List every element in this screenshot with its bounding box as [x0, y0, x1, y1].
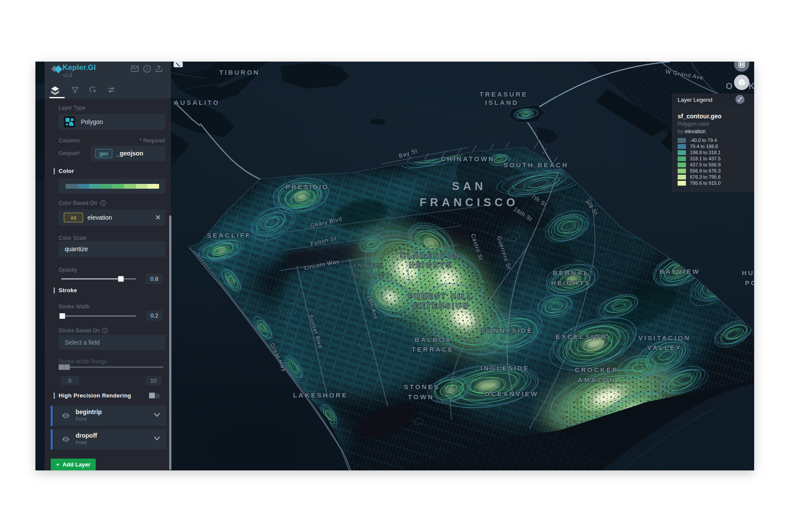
svg-text:HEIGHTS: HEIGHTS: [409, 262, 452, 269]
svg-text:FOREST HILL: FOREST HILL: [408, 293, 473, 300]
svg-text:POIN: POIN: [745, 279, 754, 287]
svg-text:SOUTH BEACH: SOUTH BEACH: [504, 161, 569, 169]
svg-text:STONES: STONES: [404, 383, 440, 390]
svg-text:SEACLIFF: SEACLIFF: [207, 231, 251, 239]
svg-text:INGLESIDE: INGLESIDE: [480, 364, 529, 372]
svg-text:EXTENSION: EXTENSION: [414, 302, 470, 310]
svg-text:SAN: SAN: [452, 180, 487, 193]
svg-text:OCEANVIEW: OCEANVIEW: [484, 390, 539, 397]
svg-text:BALBOA: BALBOA: [414, 336, 452, 343]
svg-text:SUNSET: SUNSET: [354, 272, 391, 279]
svg-text:SUNNYSIDE: SUNNYSIDE: [481, 327, 533, 334]
svg-text:CHINATOWN: CHINATOWN: [441, 155, 494, 162]
svg-text:AMAZON: AMAZON: [578, 376, 616, 383]
svg-text:TREASURE: TREASURE: [480, 90, 528, 98]
svg-text:TOWN: TOWN: [408, 393, 434, 401]
svg-text:FRANCISCO: FRANCISCO: [420, 196, 519, 209]
svg-text:VISITACION: VISITACION: [638, 334, 691, 342]
svg-text:BERNAL: BERNAL: [553, 269, 589, 276]
svg-text:VALLEY: VALLEY: [647, 344, 682, 351]
svg-text:AUSALITO: AUSALITO: [174, 99, 219, 106]
svg-text:PRESIDIO: PRESIDIO: [285, 183, 329, 190]
svg-text:LAKESHORE: LAKESHORE: [293, 391, 348, 399]
svg-text:TIBURON: TIBURON: [219, 69, 260, 76]
svg-text:ISLAND: ISLAND: [485, 99, 519, 106]
svg-text:CLARENDON: CLARENDON: [400, 252, 461, 259]
svg-text:HEIGHTS: HEIGHTS: [551, 279, 591, 287]
svg-text:INNER: INNER: [354, 262, 383, 269]
svg-text:CROCKER: CROCKER: [575, 366, 619, 373]
svg-text:EXCELSIOR: EXCELSIOR: [556, 333, 607, 340]
svg-text:TERRACE: TERRACE: [411, 345, 454, 353]
svg-text:BAYVIEW: BAYVIEW: [659, 268, 700, 275]
svg-text:HUNTE: HUNTE: [742, 269, 754, 276]
